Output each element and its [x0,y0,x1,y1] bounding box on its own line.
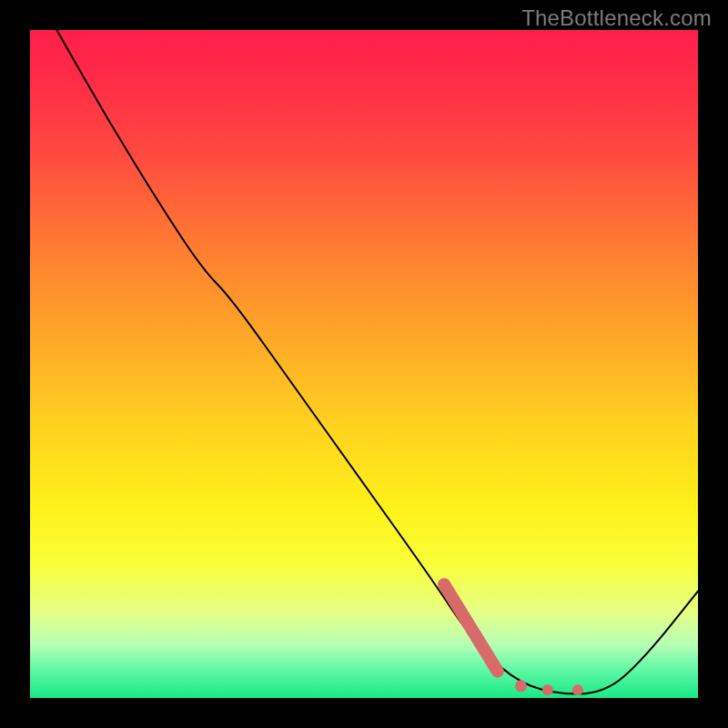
highlight-dot [542,684,553,695]
highlight-bar [444,584,498,671]
highlight-dot [515,680,527,692]
chart-root: TheBottleneck.com [0,0,728,728]
plot-area [30,30,698,698]
curve-svg [30,30,698,698]
data-curve [56,30,698,694]
watermark-text: TheBottleneck.com [521,5,712,31]
highlight-dot [572,684,583,695]
